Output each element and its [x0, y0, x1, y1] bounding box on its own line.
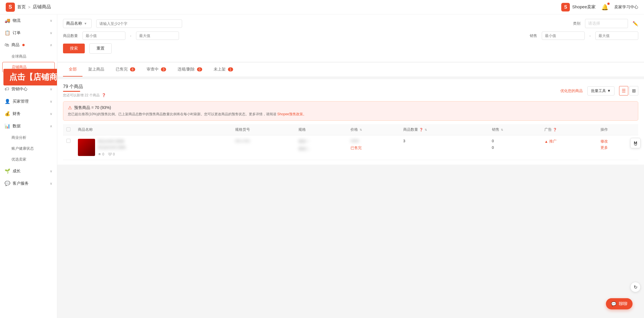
edit-icon[interactable]: ✏️ — [633, 21, 638, 26]
sync-icon: ↻ — [634, 284, 637, 290]
quantity-sort-icon[interactable]: ⇅ — [425, 128, 427, 131]
sidebar: 🚚 物流 ∨ 📋 订单 ∨ 🛍 商品 ∧ 全球商品 店铺商品 — [0, 14, 57, 318]
sales-value-1: 0 — [492, 139, 538, 143]
logistics-icon: 🚚 — [5, 18, 10, 23]
row-price-cell: ¥999 已售完 — [347, 135, 400, 160]
row-spec-cell: 规格一 规格二 — [295, 135, 347, 160]
sidebar-item-orders[interactable]: 📋 订单 ∨ — [0, 27, 57, 39]
tab-sold-out[interactable]: 已售完 6 — [110, 63, 141, 77]
tab-all[interactable]: 全部 — [63, 63, 82, 77]
tab-off-shelf[interactable]: 未上架 1 — [208, 63, 239, 77]
sidebar-item-logistics[interactable]: 🚚 物流 ∨ — [0, 14, 57, 27]
chat-icon: 💬 — [611, 301, 617, 307]
header-right: S Shopee卖家 🔔 卖家学习中心 — [561, 3, 638, 11]
row-product-name-cell: 商品名称已模糊 商品副名称已模糊 👁 0 🤍 0 — [74, 135, 232, 160]
wm-icon: M̲ — [634, 141, 637, 145]
sidebar-item-data[interactable]: 📊 数据 ∧ — [0, 120, 57, 132]
sidebar-item-label: 物流 — [13, 18, 21, 23]
sidebar-item-label: 客户服务 — [13, 181, 29, 186]
sidebar-item-growth[interactable]: 🌱 成长 ∨ — [0, 165, 57, 177]
add-more-text: 您还可以新增 22 个商品 — [63, 93, 100, 97]
chat-label: 聊聊 — [619, 301, 627, 307]
product-image — [78, 139, 95, 156]
product-name-select[interactable]: 商品名称 ▼ — [63, 19, 92, 28]
chevron-up-icon: ∧ — [50, 124, 52, 128]
row-checkbox[interactable] — [66, 139, 70, 143]
learning-center-link[interactable]: 卖家学习中心 — [614, 5, 638, 10]
sales-max-input[interactable] — [595, 32, 638, 40]
sidebar-item-buyer-mgmt[interactable]: 👤 买家管理 ∨ — [0, 95, 57, 108]
sidebar-item-biz-analysis[interactable]: 商业分析 — [0, 132, 57, 143]
global-products-label: 全球商品 — [11, 54, 26, 58]
home-link[interactable]: 首页 — [17, 4, 26, 10]
products-table: 商品名称 规格货号 规格 价格 ⇅ 商品数量 ❓ ⇅ — [63, 124, 638, 160]
sidebar-item-store-products[interactable]: 店铺商品 — [2, 62, 55, 72]
sidebar-item-finance[interactable]: 💰 财务 ∨ — [0, 108, 57, 120]
search-button[interactable]: 搜索 — [63, 44, 85, 53]
biz-analysis-label: 商业分析 — [11, 135, 26, 140]
sidebar-item-global-products[interactable]: 全球商品 — [0, 51, 57, 62]
sales-sort-icon[interactable]: ⇅ — [501, 128, 503, 131]
reset-button[interactable]: 重置 — [89, 43, 112, 54]
sidebar-item-products[interactable]: 🛍 商品 ∧ — [0, 39, 57, 51]
list-view-button[interactable]: ☰ — [619, 86, 628, 95]
grid-view-button[interactable]: ⊞ — [629, 86, 638, 95]
sidebar-item-label: 财务 — [13, 111, 21, 116]
sidebar-item-marketing[interactable]: 🏷 营销中心 ∨ — [0, 83, 57, 95]
product-name-input[interactable] — [96, 19, 182, 28]
sidebar-item-preferred-seller[interactable]: 优选卖家 — [0, 154, 57, 165]
quantity-min-input[interactable] — [82, 32, 125, 40]
batch-tools-button[interactable]: 批量工具 ▼ — [587, 86, 615, 95]
products-count: 79 个商品 — [63, 84, 106, 90]
sidebar-item-customer-service[interactable]: 💬 客户服务 ∨ — [0, 177, 57, 190]
select-all-checkbox[interactable] — [66, 127, 70, 131]
alert-policy-link[interactable]: Shopee预售政策。 — [277, 112, 306, 116]
tab-on-shelf-label: 架上商品 — [88, 67, 104, 71]
product-name-col: 商品名称已模糊 商品副名称已模糊 👁 0 🤍 0 — [78, 139, 228, 156]
row-ad-cell: ▲ 推广 — [541, 135, 597, 160]
products-actions: 优化您的商品 批量工具 ▼ ☰ ⊞ — [560, 86, 638, 95]
row-quantity-cell: 3 — [400, 135, 489, 160]
sidebar-item-label: 营销中心 — [11, 87, 27, 92]
tab-on-shelf[interactable]: 架上商品 — [82, 63, 110, 77]
sales-min-input[interactable] — [542, 32, 585, 40]
tab-violation[interactable]: 违规/删除 0 — [172, 63, 208, 77]
alert-desc: 您已超出推荐(10%)的预售比例。已上架商品总数中的预售商品数量比例将在每小时刷… — [68, 112, 633, 117]
category-placeholder: 请选择 — [588, 21, 600, 26]
tab-reviewing[interactable]: 审查中 3 — [141, 63, 172, 77]
finance-icon: 💰 — [5, 111, 10, 116]
promote-button[interactable]: ▲ 推广 — [544, 139, 593, 144]
wm-floating-button[interactable]: M̲ — [630, 138, 641, 148]
quantity-value: 3 — [403, 139, 405, 143]
sync-floating-button[interactable]: ↻ — [630, 282, 641, 292]
more-link[interactable]: 更多 — [600, 145, 635, 150]
sidebar-item-label: 数据 — [13, 124, 21, 129]
quantity-max-input[interactable] — [136, 32, 179, 40]
price-sort-icon[interactable]: ⇅ — [360, 128, 362, 131]
quantity-dash: - — [130, 34, 131, 38]
sidebar-item-account-health[interactable]: 账户健康状态 — [0, 143, 57, 154]
header-left: S 首页 > 店铺商品 — [6, 3, 51, 12]
product-info: 商品名称已模糊 商品副名称已模糊 👁 0 🤍 0 — [98, 139, 228, 156]
chevron-down-icon: ∨ — [50, 19, 52, 23]
category-select[interactable]: 请选择 — [585, 19, 628, 28]
optimize-button[interactable]: 优化您的商品 — [560, 88, 583, 93]
tab-off-shelf-badge: 1 — [228, 67, 233, 71]
chevron-down-icon: ∨ — [50, 182, 52, 186]
chat-floating-button[interactable]: 💬 聊聊 — [606, 298, 633, 309]
filter-row-3: 搜索 重置 — [63, 43, 638, 54]
products-sub: 您还可以新增 22 个商品 ❓ — [63, 93, 106, 98]
quantity-help-icon[interactable]: ❓ — [419, 128, 423, 131]
products-count-block: 79 个商品 您还可以新增 22 个商品 ❓ — [63, 84, 106, 98]
growth-icon: 🌱 — [5, 168, 10, 174]
ad-help-icon[interactable]: ❓ — [553, 128, 557, 131]
edit-link[interactable]: 修改 — [600, 139, 635, 144]
alert-desc-text: 您已超出推荐(10%)的预售比例。已上架商品总数中的预售商品数量比例将在每小时刷… — [68, 112, 276, 116]
sidebar-item-add-products[interactable]: 添加商品 — [0, 72, 57, 83]
alert-icon: ⚠ — [68, 105, 72, 110]
view-count: 👁 0 — [98, 152, 104, 156]
notification-bell[interactable]: 🔔 — [601, 4, 608, 11]
chevron-down-icon: ∨ — [50, 169, 52, 173]
sidebar-item-label: 订单 — [13, 30, 21, 36]
products-area: 79 个商品 您还可以新增 22 个商品 ❓ 优化您的商品 批量工具 ▼ ☰ — [57, 79, 644, 165]
